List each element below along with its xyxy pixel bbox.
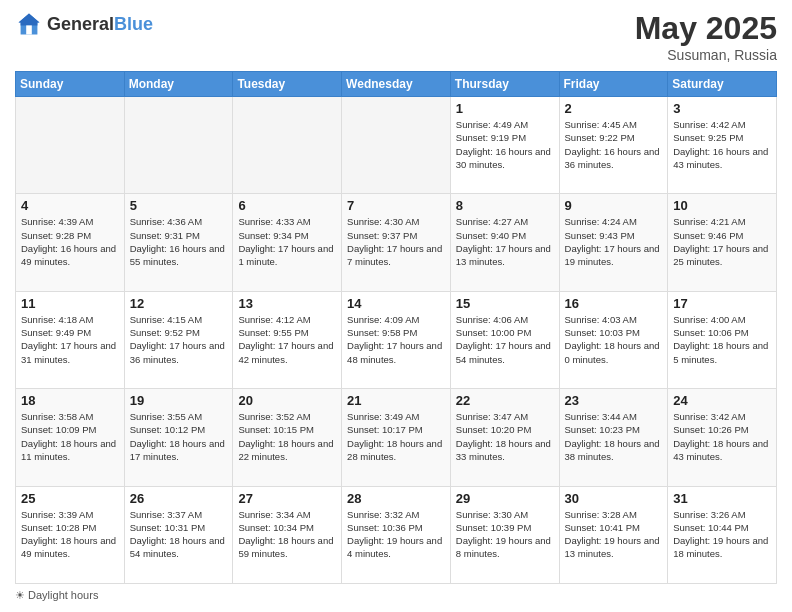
day-number: 8 [456, 198, 554, 213]
day-number: 18 [21, 393, 119, 408]
calendar-cell: 3 Sunrise: 4:42 AMSunset: 9:25 PMDayligh… [668, 97, 777, 194]
day-number: 9 [565, 198, 663, 213]
day-number: 15 [456, 296, 554, 311]
title-month: May 2025 [635, 10, 777, 47]
calendar-cell: 16 Sunrise: 4:03 AMSunset: 10:03 PMDayli… [559, 291, 668, 388]
calendar-cell: 23 Sunrise: 3:44 AMSunset: 10:23 PMDayli… [559, 389, 668, 486]
day-number: 16 [565, 296, 663, 311]
calendar-cell: 4 Sunrise: 4:39 AMSunset: 9:28 PMDayligh… [16, 194, 125, 291]
calendar-table: SundayMondayTuesdayWednesdayThursdayFrid… [15, 71, 777, 584]
calendar-cell: 31 Sunrise: 3:26 AMSunset: 10:44 PMDayli… [668, 486, 777, 583]
day-number: 28 [347, 491, 445, 506]
calendar-cell: 26 Sunrise: 3:37 AMSunset: 10:31 PMDayli… [124, 486, 233, 583]
day-number: 26 [130, 491, 228, 506]
day-number: 19 [130, 393, 228, 408]
day-detail: Sunrise: 4:39 AMSunset: 9:28 PMDaylight:… [21, 215, 119, 268]
day-detail: Sunrise: 4:12 AMSunset: 9:55 PMDaylight:… [238, 313, 336, 366]
calendar-cell: 21 Sunrise: 3:49 AMSunset: 10:17 PMDayli… [342, 389, 451, 486]
day-detail: Sunrise: 4:09 AMSunset: 9:58 PMDaylight:… [347, 313, 445, 366]
day-number: 17 [673, 296, 771, 311]
svg-marker-1 [19, 14, 40, 26]
day-detail: Sunrise: 4:18 AMSunset: 9:49 PMDaylight:… [21, 313, 119, 366]
day-detail: Sunrise: 4:15 AMSunset: 9:52 PMDaylight:… [130, 313, 228, 366]
calendar-cell: 2 Sunrise: 4:45 AMSunset: 9:22 PMDayligh… [559, 97, 668, 194]
day-detail: Sunrise: 4:00 AMSunset: 10:06 PMDaylight… [673, 313, 771, 366]
calendar-cell: 8 Sunrise: 4:27 AMSunset: 9:40 PMDayligh… [450, 194, 559, 291]
calendar-header-sunday: Sunday [16, 72, 125, 97]
day-number: 3 [673, 101, 771, 116]
calendar-cell [342, 97, 451, 194]
day-number: 24 [673, 393, 771, 408]
calendar-cell: 14 Sunrise: 4:09 AMSunset: 9:58 PMDaylig… [342, 291, 451, 388]
calendar-cell: 29 Sunrise: 3:30 AMSunset: 10:39 PMDayli… [450, 486, 559, 583]
day-number: 29 [456, 491, 554, 506]
calendar-cell: 24 Sunrise: 3:42 AMSunset: 10:26 PMDayli… [668, 389, 777, 486]
title-block: May 2025 Susuman, Russia [635, 10, 777, 63]
header: GeneralBlue May 2025 Susuman, Russia [15, 10, 777, 63]
page: GeneralBlue May 2025 Susuman, Russia Sun… [0, 0, 792, 612]
day-number: 25 [21, 491, 119, 506]
day-detail: Sunrise: 4:42 AMSunset: 9:25 PMDaylight:… [673, 118, 771, 171]
logo-text: GeneralBlue [47, 14, 153, 35]
day-detail: Sunrise: 4:36 AMSunset: 9:31 PMDaylight:… [130, 215, 228, 268]
day-number: 7 [347, 198, 445, 213]
day-number: 5 [130, 198, 228, 213]
day-detail: Sunrise: 3:55 AMSunset: 10:12 PMDaylight… [130, 410, 228, 463]
day-number: 22 [456, 393, 554, 408]
day-number: 4 [21, 198, 119, 213]
day-detail: Sunrise: 3:37 AMSunset: 10:31 PMDaylight… [130, 508, 228, 561]
day-number: 31 [673, 491, 771, 506]
day-detail: Sunrise: 3:26 AMSunset: 10:44 PMDaylight… [673, 508, 771, 561]
day-detail: Sunrise: 3:28 AMSunset: 10:41 PMDaylight… [565, 508, 663, 561]
calendar-cell: 9 Sunrise: 4:24 AMSunset: 9:43 PMDayligh… [559, 194, 668, 291]
calendar-cell: 11 Sunrise: 4:18 AMSunset: 9:49 PMDaylig… [16, 291, 125, 388]
calendar-header-row: SundayMondayTuesdayWednesdayThursdayFrid… [16, 72, 777, 97]
calendar-header-tuesday: Tuesday [233, 72, 342, 97]
calendar-cell: 17 Sunrise: 4:00 AMSunset: 10:06 PMDayli… [668, 291, 777, 388]
day-detail: Sunrise: 3:47 AMSunset: 10:20 PMDaylight… [456, 410, 554, 463]
day-number: 30 [565, 491, 663, 506]
svg-rect-2 [26, 25, 32, 34]
footer: ☀ Daylight hours [15, 589, 777, 602]
calendar-cell: 20 Sunrise: 3:52 AMSunset: 10:15 PMDayli… [233, 389, 342, 486]
day-detail: Sunrise: 4:06 AMSunset: 10:00 PMDaylight… [456, 313, 554, 366]
calendar-header-thursday: Thursday [450, 72, 559, 97]
day-detail: Sunrise: 4:03 AMSunset: 10:03 PMDaylight… [565, 313, 663, 366]
day-detail: Sunrise: 3:42 AMSunset: 10:26 PMDaylight… [673, 410, 771, 463]
daylight-hours-label: Daylight hours [28, 589, 98, 601]
day-number: 13 [238, 296, 336, 311]
calendar-week-2: 11 Sunrise: 4:18 AMSunset: 9:49 PMDaylig… [16, 291, 777, 388]
day-detail: Sunrise: 3:30 AMSunset: 10:39 PMDaylight… [456, 508, 554, 561]
calendar-header-friday: Friday [559, 72, 668, 97]
logo-icon [15, 10, 43, 38]
calendar-cell: 13 Sunrise: 4:12 AMSunset: 9:55 PMDaylig… [233, 291, 342, 388]
calendar-cell: 25 Sunrise: 3:39 AMSunset: 10:28 PMDayli… [16, 486, 125, 583]
calendar-cell [124, 97, 233, 194]
day-detail: Sunrise: 4:45 AMSunset: 9:22 PMDaylight:… [565, 118, 663, 171]
calendar-cell: 27 Sunrise: 3:34 AMSunset: 10:34 PMDayli… [233, 486, 342, 583]
day-detail: Sunrise: 3:44 AMSunset: 10:23 PMDaylight… [565, 410, 663, 463]
day-detail: Sunrise: 3:49 AMSunset: 10:17 PMDaylight… [347, 410, 445, 463]
day-detail: Sunrise: 3:52 AMSunset: 10:15 PMDaylight… [238, 410, 336, 463]
day-number: 11 [21, 296, 119, 311]
day-detail: Sunrise: 4:49 AMSunset: 9:19 PMDaylight:… [456, 118, 554, 171]
logo: GeneralBlue [15, 10, 153, 38]
calendar-week-3: 18 Sunrise: 3:58 AMSunset: 10:09 PMDayli… [16, 389, 777, 486]
calendar-header-wednesday: Wednesday [342, 72, 451, 97]
day-detail: Sunrise: 4:21 AMSunset: 9:46 PMDaylight:… [673, 215, 771, 268]
day-number: 14 [347, 296, 445, 311]
day-detail: Sunrise: 4:30 AMSunset: 9:37 PMDaylight:… [347, 215, 445, 268]
calendar-week-1: 4 Sunrise: 4:39 AMSunset: 9:28 PMDayligh… [16, 194, 777, 291]
logo-blue: Blue [114, 14, 153, 34]
day-number: 10 [673, 198, 771, 213]
day-number: 27 [238, 491, 336, 506]
calendar-cell: 15 Sunrise: 4:06 AMSunset: 10:00 PMDayli… [450, 291, 559, 388]
calendar-cell: 30 Sunrise: 3:28 AMSunset: 10:41 PMDayli… [559, 486, 668, 583]
calendar-header-saturday: Saturday [668, 72, 777, 97]
calendar-cell: 18 Sunrise: 3:58 AMSunset: 10:09 PMDayli… [16, 389, 125, 486]
calendar-header-monday: Monday [124, 72, 233, 97]
day-number: 1 [456, 101, 554, 116]
calendar-week-0: 1 Sunrise: 4:49 AMSunset: 9:19 PMDayligh… [16, 97, 777, 194]
calendar-cell: 1 Sunrise: 4:49 AMSunset: 9:19 PMDayligh… [450, 97, 559, 194]
day-detail: Sunrise: 4:24 AMSunset: 9:43 PMDaylight:… [565, 215, 663, 268]
